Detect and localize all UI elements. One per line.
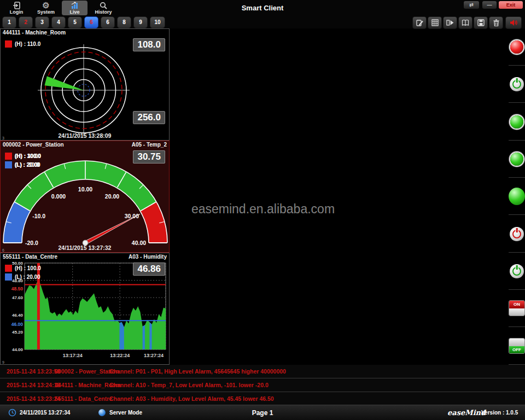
status-bar: 24/11/2015 13:27:34 Server Mode Page 1 e… [0, 405, 525, 420]
svg-text:48.50: 48.50 [11, 286, 24, 291]
gear-icon: ⚙ [32, 1, 60, 9]
low-legend-swatch [5, 273, 12, 281]
brand-logo: easeMind [447, 409, 486, 417]
save-icon [477, 19, 485, 26]
tab-2[interactable]: 2 [19, 16, 33, 28]
panel-timestamp: 24/11/2015 13:28:09 [1, 132, 169, 139]
alarm-time: 2015-11-24 13:24:18 [7, 382, 55, 388]
grid-button[interactable] [428, 16, 442, 29]
speaker-icon [510, 19, 518, 26]
svg-text:20.00: 20.00 [105, 193, 119, 200]
svg-text:45.20: 45.20 [12, 330, 24, 335]
red-indicator-button[interactable] [510, 40, 523, 54]
svg-text:47.60: 47.60 [12, 295, 24, 300]
green-power-button[interactable] [510, 77, 524, 91]
red-power-button[interactable] [510, 227, 524, 241]
live-chart-icon [62, 1, 88, 9]
alarm-list: 2015-11-24 13:23:58 000002 - Power_Stati… [0, 365, 525, 405]
alarm-site: 444111 - Machine_Room [55, 382, 109, 388]
legend: (H) : 100.0 (L) : 20.00 [5, 265, 41, 282]
sidebar-cell [509, 253, 525, 290]
svg-text:-10.0: -10.0 [32, 213, 45, 219]
edit-button[interactable] [412, 16, 427, 29]
exit-button[interactable]: Exit [499, 1, 523, 9]
green-power-button[interactable] [510, 264, 524, 278]
alarm-time: 2015-11-24 13:23:24 [7, 395, 55, 402]
restore-button[interactable]: ⇄ [464, 1, 479, 9]
alarm-message: Channel: P01 - P01, High Level Alarm, 45… [109, 368, 525, 375]
login-button[interactable]: Login [4, 1, 28, 15]
value-readout-top: 108.0 [133, 38, 165, 51]
book-icon [462, 19, 469, 26]
green-lamp [509, 188, 525, 205]
legend: (H) : 30.00 (L) : -10.0 [5, 153, 41, 170]
speaker-button[interactable] [505, 16, 522, 29]
svg-text:13:17:24: 13:17:24 [63, 353, 83, 358]
alarm-row[interactable]: 2015-11-24 13:24:18 444111 - Machine_Roo… [0, 378, 525, 392]
play-export-button[interactable] [443, 16, 457, 29]
tab-3[interactable]: 3 [35, 16, 49, 28]
tab-7[interactable]: 6 [101, 16, 115, 28]
trash-icon [493, 19, 500, 26]
tab-8[interactable]: 8 [117, 16, 131, 28]
green-indicator-button[interactable] [510, 153, 523, 166]
top-toolbar: Login ⚙ System Live History Smart Client… [0, 0, 525, 28]
alarm-message: Channel: A03 - Humidity, Low Level Alarm… [109, 395, 525, 402]
alarm-site: 555111 - Data_Centre [55, 395, 109, 402]
panel-number: 9 [2, 360, 4, 364]
system-button[interactable]: ⚙ System [32, 1, 60, 15]
value-readout-bottom: 256.0 [133, 111, 165, 124]
panel-number: 3 [2, 136, 4, 140]
tab-4[interactable]: 4 [51, 16, 66, 28]
tab-1[interactable]: 1 [2, 16, 16, 28]
high-legend-swatch [5, 265, 12, 272]
sidebar-cell [509, 178, 525, 215]
grid-icon [431, 19, 439, 26]
svg-text:46.40: 46.40 [12, 313, 24, 318]
panel-radar-gauge: 444111 - Machine_Room (H) : 110.0 108.0 … [0, 28, 170, 141]
version-label: Version : 1.0.5 [481, 410, 518, 416]
sidebar-cell [509, 141, 525, 178]
search-icon [89, 1, 118, 9]
svg-text:10.00: 10.00 [78, 186, 92, 192]
low-legend-swatch [5, 161, 12, 168]
tab-10[interactable]: 10 [150, 16, 165, 28]
power-icon [512, 267, 521, 276]
panel-arc-gauge-alarm: 000002 - Power_StationA05 - Temp_2 (H) :… [0, 141, 170, 253]
svg-text:46.00: 46.00 [11, 322, 24, 327]
svg-text:44.00: 44.00 [12, 347, 24, 352]
tab-5[interactable]: 5 [68, 16, 82, 28]
value-readout: 30.75 [133, 150, 165, 164]
edit-icon [416, 19, 423, 26]
sidebar-cell [509, 66, 525, 103]
book-button[interactable] [458, 16, 472, 29]
minimize-button[interactable]: — [482, 1, 497, 9]
off-switch[interactable]: OFF [509, 338, 525, 354]
panel-timestamp: 24/11/2015 13:27:32 [1, 244, 169, 251]
sidebar-cell: OFF [509, 328, 525, 365]
green-indicator-button[interactable] [510, 115, 523, 129]
alarm-message: Channel: A10 - Temp_7, Low Level Alarm, … [109, 382, 525, 388]
alarm-site: 000002 - Power_Station [55, 368, 109, 375]
login-icon [4, 1, 28, 9]
tab-6[interactable]: 6 [84, 16, 98, 28]
high-legend-swatch [5, 40, 12, 48]
alarm-row[interactable]: 2015-11-24 13:23:24 555111 - Data_Centre… [0, 392, 525, 406]
page-label: Page 1 [0, 409, 525, 417]
tab-9[interactable]: 9 [133, 16, 148, 28]
high-legend-swatch [5, 153, 12, 160]
value-readout: 46.86 [133, 262, 165, 276]
live-button[interactable]: Live [62, 1, 88, 15]
on-switch[interactable]: ON [509, 300, 525, 316]
alarm-row[interactable]: 2015-11-24 13:23:58 000002 - Power_Stati… [0, 365, 525, 378]
history-button[interactable]: History [89, 1, 118, 15]
sidebar-cell [509, 215, 525, 253]
svg-text:13:22:24: 13:22:24 [110, 353, 130, 358]
power-icon [512, 80, 521, 89]
trash-button[interactable] [489, 16, 503, 29]
save-button[interactable] [474, 16, 488, 29]
svg-text:13:27:24: 13:27:24 [144, 353, 164, 358]
legend: (H) : 110.0 [5, 40, 40, 49]
alarm-time: 2015-11-24 13:23:58 [7, 368, 55, 375]
svg-text:0.000: 0.000 [51, 193, 66, 200]
